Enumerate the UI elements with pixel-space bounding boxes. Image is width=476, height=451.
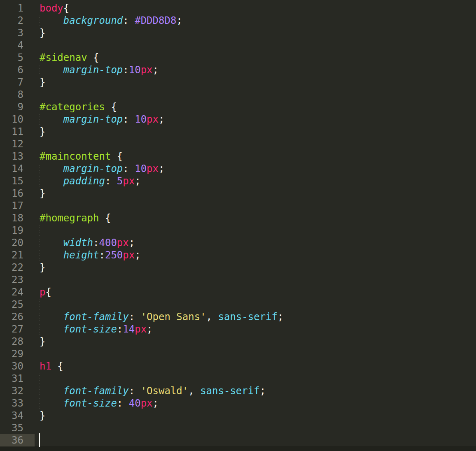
line-number: 9 xyxy=(0,101,35,113)
code-text xyxy=(35,434,40,446)
code-text: margin-top: 10px; xyxy=(35,163,164,175)
token-punct: { xyxy=(87,52,99,63)
code-line[interactable]: 35 xyxy=(0,422,476,434)
line-number: 25 xyxy=(0,298,35,311)
token-unit: px xyxy=(141,64,153,76)
token-ws xyxy=(40,398,63,409)
token-punct: ; xyxy=(278,311,283,323)
line-number: 18 xyxy=(0,212,35,224)
token-punct: ; xyxy=(135,249,140,261)
code-line[interactable]: 8 xyxy=(0,88,476,101)
line-number: 21 xyxy=(0,249,35,261)
token-punct: , xyxy=(206,311,218,323)
code-line[interactable]: 28} xyxy=(0,335,476,348)
code-line[interactable]: 20 width:400px; xyxy=(0,237,476,249)
code-line[interactable]: 13#maincontent { xyxy=(0,150,476,163)
code-line[interactable]: 3} xyxy=(0,27,476,39)
token-const: sans-serif xyxy=(200,385,260,397)
code-text: h1 { xyxy=(35,360,63,372)
code-line[interactable]: 32 font-family: 'Oswald', sans-serif; xyxy=(0,385,476,397)
token-punct: { xyxy=(51,360,63,372)
line-number: 22 xyxy=(0,261,35,274)
token-punct: ; xyxy=(159,114,164,125)
token-sel: body xyxy=(40,2,63,14)
code-line[interactable]: 18#homegraph { xyxy=(0,212,476,224)
code-area: 1body{2 background: #DDD8D8;3}45#sidenav… xyxy=(0,2,476,446)
editor-bottom-edge xyxy=(0,446,476,451)
code-line[interactable]: 4 xyxy=(0,39,476,51)
code-line[interactable]: 24p{ xyxy=(0,286,476,298)
code-line[interactable]: 23 xyxy=(0,274,476,286)
code-text: } xyxy=(35,126,45,138)
code-line[interactable]: 6 margin-top:10px; xyxy=(0,64,476,76)
code-line[interactable]: 27 font-size:14px; xyxy=(0,323,476,335)
token-str: 'Oswald' xyxy=(141,385,189,397)
code-line[interactable]: 19 xyxy=(0,224,476,237)
code-line[interactable]: 1body{ xyxy=(0,2,476,14)
code-text xyxy=(35,224,40,237)
code-line[interactable]: 31 xyxy=(0,372,476,385)
token-punct: ; xyxy=(260,385,266,397)
code-editor[interactable]: 1body{2 background: #DDD8D8;3}45#sidenav… xyxy=(0,0,476,446)
code-line[interactable]: 12 xyxy=(0,138,476,150)
token-ws xyxy=(40,163,63,174)
code-line[interactable]: 11} xyxy=(0,126,476,138)
code-line[interactable]: 29 xyxy=(0,348,476,360)
code-line[interactable]: 10 margin-top: 10px; xyxy=(0,113,476,126)
code-line[interactable]: 7} xyxy=(0,76,476,88)
token-prop: margin-top xyxy=(63,114,123,125)
token-ws xyxy=(40,385,63,397)
token-punct: { xyxy=(45,286,51,298)
line-number: 5 xyxy=(0,51,35,64)
token-sel: p xyxy=(40,286,45,298)
code-line[interactable]: 34} xyxy=(0,409,476,422)
code-text: font-size:14px; xyxy=(35,323,153,335)
code-line[interactable]: 21 height:250px; xyxy=(0,249,476,261)
line-number: 2 xyxy=(0,14,35,27)
code-text xyxy=(35,88,40,101)
token-punct: : xyxy=(129,311,141,323)
code-line[interactable]: 17 xyxy=(0,200,476,212)
token-unit: px xyxy=(123,175,135,187)
code-text: font-family: 'Open Sans', sans-serif; xyxy=(35,311,283,323)
token-punct: ; xyxy=(129,237,135,249)
token-punct: , xyxy=(188,385,200,397)
code-text: margin-top: 10px; xyxy=(35,113,164,126)
code-line[interactable]: 5#sidenav { xyxy=(0,51,476,64)
line-number: 34 xyxy=(0,409,35,422)
token-prop: font-family xyxy=(63,385,129,397)
token-punct: { xyxy=(111,151,123,162)
code-text: body{ xyxy=(35,2,69,14)
line-number: 15 xyxy=(0,175,35,187)
token-punct: } xyxy=(40,126,45,137)
line-number: 30 xyxy=(0,360,35,372)
token-prop: width xyxy=(63,237,93,249)
code-line[interactable]: 33 font-size: 40px; xyxy=(0,397,476,409)
code-text: } xyxy=(35,76,45,88)
token-id: #maincontent xyxy=(40,151,111,162)
code-line[interactable]: 25 xyxy=(0,298,476,311)
token-str: 'Open Sans' xyxy=(141,311,206,323)
code-line[interactable]: 36 xyxy=(0,434,476,446)
token-unit: px xyxy=(141,398,153,409)
line-number: 1 xyxy=(0,2,35,14)
token-prop: font-size xyxy=(63,323,117,335)
token-prop: height xyxy=(63,249,99,261)
code-line[interactable]: 16} xyxy=(0,187,476,200)
token-unit: px xyxy=(147,114,159,125)
token-punct: { xyxy=(63,2,69,14)
code-line[interactable]: 26 font-family: 'Open Sans', sans-serif; xyxy=(0,311,476,323)
code-text: } xyxy=(35,187,45,200)
code-line[interactable]: 30h1 { xyxy=(0,360,476,372)
code-line[interactable]: 2 background: #DDD8D8; xyxy=(0,14,476,27)
code-line[interactable]: 15 padding: 5px; xyxy=(0,175,476,187)
code-line[interactable]: 9#categories { xyxy=(0,101,476,113)
code-line[interactable]: 22} xyxy=(0,261,476,274)
code-text xyxy=(35,274,40,286)
token-prop: font-size xyxy=(63,398,117,409)
token-punct: : xyxy=(117,323,123,335)
line-number: 20 xyxy=(0,237,35,249)
token-punct: ; xyxy=(153,398,159,409)
code-line[interactable]: 14 margin-top: 10px; xyxy=(0,163,476,175)
token-punct: } xyxy=(40,336,45,347)
